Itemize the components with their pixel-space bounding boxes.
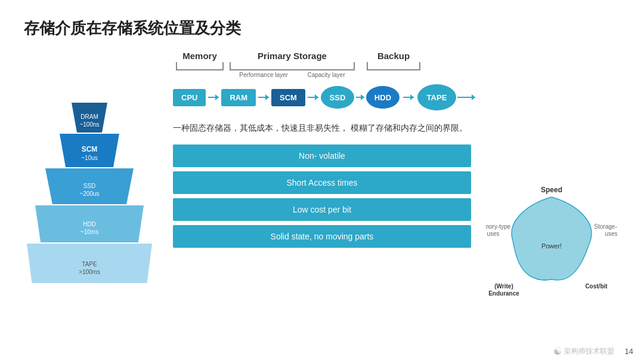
pyramid-container: DRAM ~100ns SCM ~10us xyxy=(30,74,149,313)
radar-chart: Speed Memory-type uses Storage-type uses… xyxy=(486,184,617,303)
slide: 存储介质在存储系统位置及分类 DRAM ~100ns xyxy=(0,0,644,363)
svg-text:Endurance: Endurance xyxy=(488,290,519,297)
endurance-label: (Write) xyxy=(494,283,513,290)
power-label: Power! xyxy=(541,242,562,250)
feature-boxes: Non- volatile Short Access times Low cos… xyxy=(167,144,471,342)
dram-label: DRAM xyxy=(79,113,99,121)
svg-text:uses: uses xyxy=(605,230,617,237)
pyramid-level-dram: DRAM ~100ns xyxy=(72,103,107,133)
page-title: 存储介质在存储系统位置及分类 xyxy=(24,18,620,39)
scm-sublabel: ~10us xyxy=(81,154,98,162)
svg-text:uses: uses xyxy=(487,230,499,237)
main-section: Memory Primary Storage Performance layer… xyxy=(155,51,620,342)
speed-label: Speed xyxy=(541,186,562,194)
ram-component: RAM xyxy=(221,89,256,106)
feature-box-2: Low cost per bit xyxy=(173,198,471,221)
feature-box-0: Non- volatile xyxy=(173,144,471,167)
hdd-component: HDD xyxy=(366,86,400,109)
pyramid-level-scm: SCM ~10us xyxy=(60,134,119,167)
hdd-label: HDD xyxy=(80,220,98,228)
perf-layer-label: Performance layer xyxy=(239,72,288,78)
cpu-component: CPU xyxy=(173,89,206,106)
component-row: CPU RAM SCM xyxy=(167,84,620,110)
tape-label: TAPE xyxy=(79,260,100,268)
pyramid-level-hdd: HDD ~10ms xyxy=(35,205,144,242)
pyramid-level-ssd: SSD ~200us xyxy=(45,168,134,204)
backup-tier-label: Backup xyxy=(377,51,410,61)
feature-box-3: Solid state, no moving parts xyxy=(173,225,471,248)
tape-sublabel: >100ms xyxy=(79,268,100,276)
tape-component: TAPE xyxy=(417,84,456,110)
scm-component: SCM xyxy=(271,89,305,106)
ssd-label: SSD xyxy=(79,182,99,190)
page-number: 14 xyxy=(625,347,633,356)
storage-uses-label: Storage-type xyxy=(594,223,617,230)
watermark: ☯ 架构师技术联盟 xyxy=(553,346,614,357)
features-and-chart: Non- volatile Short Access times Low cos… xyxy=(167,144,620,342)
pyramid-section: DRAM ~100ns SCM ~10us xyxy=(24,45,155,342)
scm-label: SCM xyxy=(81,145,98,155)
ssd-component: SSD xyxy=(321,86,354,109)
memory-uses-label: Memory-type xyxy=(486,223,511,230)
memory-tier-label: Memory xyxy=(182,51,217,61)
primary-tier-label: Primary Storage xyxy=(258,51,327,61)
content-area: DRAM ~100ns SCM ~10us xyxy=(24,51,620,342)
costbit-label: Cost/bit xyxy=(585,283,608,290)
description-text: 一种固态存储器，其低成本，快速且非易失性， 模糊了存储和内存之间的界限。 xyxy=(167,121,620,134)
dram-sublabel: ~100ns xyxy=(79,121,99,128)
pyramid-level-tape: TAPE >100ms xyxy=(27,244,152,283)
chart-area: Speed Memory-type uses Storage-type uses… xyxy=(483,144,620,342)
feature-box-1: Short Access times xyxy=(173,171,471,194)
radar-blob xyxy=(512,197,592,280)
hdd-sublabel: ~10ms xyxy=(80,228,98,236)
cap-layer-label: Capacity layer xyxy=(307,72,345,78)
ssd-sublabel: ~200us xyxy=(79,190,99,198)
